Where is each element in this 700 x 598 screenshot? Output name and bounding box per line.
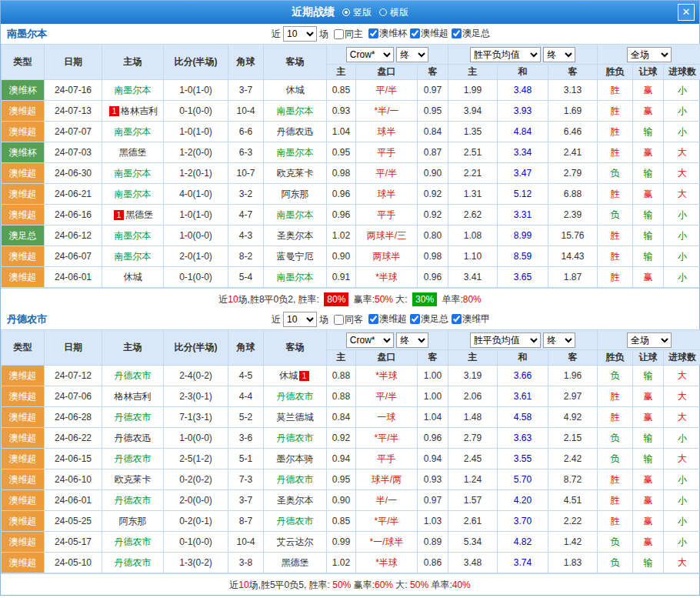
league-type-badge: 澳维超 xyxy=(2,366,45,386)
league-filter-checkbox[interactable]: 澳维杯 xyxy=(365,27,407,40)
odds-home: 0.85 xyxy=(327,511,356,532)
bookmaker-select[interactable]: Crow* xyxy=(346,332,394,348)
rank-badge: 1 xyxy=(299,371,309,381)
avg-home-odds: 1.35 xyxy=(448,122,498,142)
handicap-line: *半球 xyxy=(356,553,418,573)
summary-segment: 近 xyxy=(229,580,238,590)
match-date: 24-07-16 xyxy=(45,80,102,101)
odds-away: 0.97 xyxy=(418,80,448,101)
league-filter-checkbox[interactable]: 澳维超 xyxy=(407,27,448,40)
summary-segment: 赢率: xyxy=(351,580,375,590)
away-team: 圣奥尔本 xyxy=(264,226,327,246)
avg-draw-odds: 3.70 xyxy=(498,511,548,532)
filter-controls: 近 10 场 同主 澳维杯澳维超澳足总 xyxy=(272,24,490,44)
avg-draw-odds: 8.59 xyxy=(498,246,548,267)
match-date: 24-06-30 xyxy=(45,163,102,184)
league-filter-checkbox[interactable]: 澳足总 xyxy=(407,312,448,326)
league-type-badge: 澳维超 xyxy=(2,532,45,553)
handicap-result: 赢 xyxy=(633,386,664,407)
handicap-line: 平/半 xyxy=(356,163,418,184)
summary-segment: 单率: xyxy=(428,580,452,590)
avg-source-select[interactable]: 胜平负均值 xyxy=(470,47,541,62)
win-loss-result: 负 xyxy=(598,366,633,386)
odds-away: 0.98 xyxy=(418,246,448,267)
away-team: 欧克莱卡 xyxy=(264,163,327,184)
avg-home-odds: 2.45 xyxy=(448,449,498,469)
away-team: 丹德农市 xyxy=(264,469,327,490)
scope-select[interactable]: 全场 xyxy=(627,47,672,62)
close-button[interactable]: ✕ xyxy=(678,4,695,21)
league-checkbox[interactable] xyxy=(410,314,420,324)
summary-segment: 大: xyxy=(393,294,410,305)
league-type-badge: 澳维超 xyxy=(2,267,45,288)
title-group: 近期战绩 竖版 横版 xyxy=(292,5,408,19)
col-avg-home: 主 xyxy=(448,350,498,366)
match-date: 24-05-10 xyxy=(45,553,102,573)
league-filter-checkbox[interactable]: 澳维甲 xyxy=(448,312,490,326)
match-row: 澳维超24-06-161黑德堡1-0(1-0)4-7南墨尔本0.96平手0.92… xyxy=(2,205,700,226)
recent-count-select[interactable]: 10 xyxy=(283,312,317,327)
league-checkbox[interactable] xyxy=(452,28,462,38)
layout-option-horizontal[interactable]: 横版 xyxy=(379,6,408,19)
home-team: 1黑德堡 xyxy=(102,205,164,226)
handicap-line: 平手 xyxy=(356,142,418,163)
goals-over-under: 小 xyxy=(664,205,700,226)
avg-away-odds: 2.15 xyxy=(548,428,598,449)
col-type: 类型 xyxy=(2,330,45,366)
same-venue-checkbox[interactable] xyxy=(334,315,344,325)
home-team: 丹德农市 xyxy=(102,449,164,469)
handicap-result: 输 xyxy=(633,366,664,386)
corners: 5-4 xyxy=(228,267,264,288)
scope-header: 全场 xyxy=(598,45,700,65)
odds-time-select[interactable]: 终 xyxy=(396,47,428,62)
same-venue-checkbox-label[interactable]: 同客 xyxy=(331,313,363,326)
avg-time-select[interactable]: 终 xyxy=(543,47,575,62)
league-checkbox[interactable] xyxy=(452,314,462,324)
recent-count-select[interactable]: 10 xyxy=(283,26,317,42)
avg-draw-odds: 3.65 xyxy=(498,267,548,288)
layout-option-vertical[interactable]: 竖版 xyxy=(342,6,372,19)
team-name: 南墨尔本 xyxy=(7,27,47,41)
match-date: 24-06-01 xyxy=(45,490,102,511)
same-venue-label: 同主 xyxy=(345,28,363,41)
goals-over-under: 小 xyxy=(664,490,700,511)
bookmaker-select[interactable]: Crow* xyxy=(346,47,394,62)
home-team: 格林吉利 xyxy=(102,386,164,407)
corners: 5-2 xyxy=(228,407,264,428)
league-type-badge: 澳维杯 xyxy=(2,142,45,163)
league-checkbox[interactable] xyxy=(368,28,378,38)
same-venue-checkbox-label[interactable]: 同主 xyxy=(331,28,363,41)
col-goals: 进球数 xyxy=(664,350,700,366)
win-loss-result: 胜 xyxy=(598,101,633,122)
win-loss-result: 胜 xyxy=(598,386,633,407)
home-team: 欧克莱卡 xyxy=(102,469,164,490)
handicap-result: 赢 xyxy=(633,101,664,122)
league-checkbox[interactable] xyxy=(368,314,378,324)
home-team: 丹德农市 xyxy=(102,532,164,553)
odds-time-select[interactable]: 终 xyxy=(396,332,428,348)
avg-home-odds: 1.10 xyxy=(448,246,498,267)
scope-select[interactable]: 全场 xyxy=(627,332,672,348)
avg-away-odds: 6.46 xyxy=(548,122,598,142)
corners: 5-1 xyxy=(228,449,264,469)
avg-time-select[interactable]: 终 xyxy=(543,332,575,348)
away-team: 圣奥尔本 xyxy=(264,490,327,511)
same-venue-checkbox[interactable] xyxy=(334,29,344,39)
handicap-result: 赢 xyxy=(633,490,664,511)
league-filter-checkbox[interactable]: 澳维超 xyxy=(365,312,407,326)
section-header: 南墨尔本 近 10 场 同主 澳维杯澳维超澳足总 xyxy=(1,24,699,44)
league-type-badge: 澳维超 xyxy=(2,490,45,511)
avg-away-odds: 15.76 xyxy=(548,226,598,246)
odds-home: 0.94 xyxy=(327,449,356,469)
win-loss-result: 胜 xyxy=(598,142,633,163)
avg-home-odds: 2.06 xyxy=(448,386,498,407)
col-odds-away: 客 xyxy=(418,350,448,366)
match-date: 24-06-28 xyxy=(45,407,102,428)
handicap-result: 赢 xyxy=(633,511,664,532)
away-team: 丹德农迅 xyxy=(264,122,327,142)
league-checkbox[interactable] xyxy=(410,28,420,38)
avg-source-select[interactable]: 胜平负均值 xyxy=(470,332,541,348)
match-row: 澳维杯24-07-03黑德堡1-2(0-0)6-3南墨尔本0.95平手0.872… xyxy=(2,142,700,163)
league-filter-checkbox[interactable]: 澳足总 xyxy=(448,27,490,40)
match-date: 24-07-07 xyxy=(45,122,102,142)
